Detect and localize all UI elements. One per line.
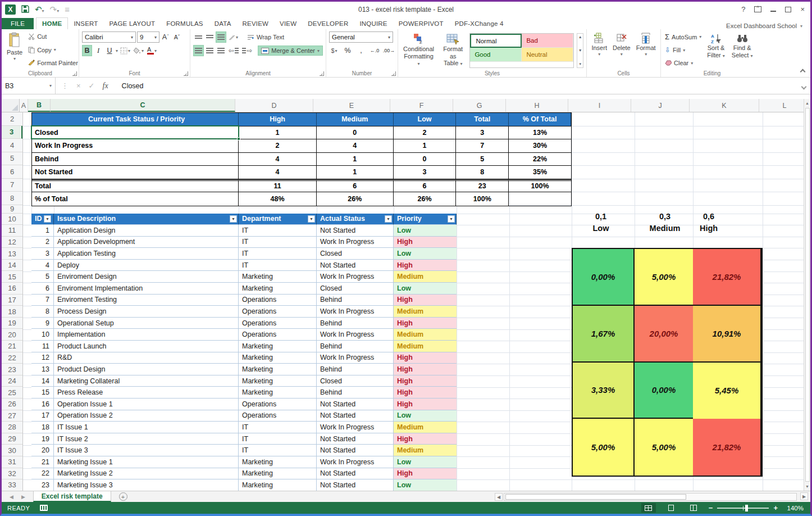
- expand-formula-bar-icon[interactable]: [802, 81, 810, 91]
- issue-id-cell[interactable]: 8: [31, 306, 54, 318]
- zoom-slider[interactable]: [717, 508, 769, 509]
- issue-status-cell[interactable]: Work In Progress: [317, 352, 394, 364]
- summary-label-cell[interactable]: Behind: [32, 153, 239, 166]
- issue-id-cell[interactable]: 11: [31, 341, 54, 352]
- row-header[interactable]: 26: [2, 399, 22, 410]
- row-header[interactable]: 23: [2, 364, 22, 375]
- issue-department-cell[interactable]: Marketing: [239, 364, 317, 375]
- fill-handle[interactable]: [237, 137, 240, 141]
- summary-header-cell[interactable]: Medium: [317, 113, 394, 126]
- close-icon[interactable]: ×: [800, 6, 805, 13]
- delete-cells-button[interactable]: Delete▾: [610, 31, 633, 68]
- summary-cell[interactable]: 48%: [239, 192, 317, 206]
- issue-priority-cell[interactable]: Low: [394, 410, 457, 422]
- enter-icon[interactable]: ✓: [89, 82, 95, 90]
- issue-status-cell[interactable]: Behind: [317, 387, 394, 399]
- column-header[interactable]: F: [390, 99, 453, 112]
- fill-color-button[interactable]: ▾: [133, 45, 145, 56]
- summary-cell[interactable]: 3: [456, 126, 509, 140]
- ribbon-tab[interactable]: VIEW: [274, 18, 302, 29]
- collapse-ribbon-icon[interactable]: [800, 69, 806, 75]
- matrix-column-label[interactable]: 0,3Medium: [630, 211, 700, 234]
- issue-description-cell[interactable]: IT Issue 2: [54, 433, 239, 445]
- next-sheet-icon[interactable]: ▶: [21, 494, 25, 500]
- style-gallery-item[interactable]: Normal: [470, 34, 522, 48]
- horizontal-scrollbar[interactable]: ◀: [495, 492, 797, 501]
- summary-cell[interactable]: 0: [394, 153, 457, 166]
- summary-cell[interactable]: 23: [456, 179, 509, 193]
- minimize-icon[interactable]: [770, 11, 776, 12]
- issues-header-cell[interactable]: ID▼: [31, 214, 54, 225]
- row-header[interactable]: 5: [2, 152, 22, 166]
- summary-label-cell[interactable]: % of Total: [32, 192, 239, 206]
- row-header[interactable]: 9: [2, 205, 22, 214]
- font-dialog-launcher-icon[interactable]: [184, 71, 188, 76]
- underline-button[interactable]: U: [104, 45, 115, 56]
- summary-cell[interactable]: 7: [456, 139, 509, 153]
- row-header[interactable]: 7: [2, 179, 22, 192]
- horizontal-scroll-thumb[interactable]: [505, 494, 686, 500]
- issue-id-cell[interactable]: 19: [31, 433, 54, 445]
- issues-header-cell[interactable]: Department▼: [239, 214, 317, 225]
- column-header[interactable]: L: [759, 99, 810, 112]
- wrap-text-button[interactable]: Wrap Text: [246, 33, 285, 41]
- row-header[interactable]: 4: [2, 139, 22, 152]
- issue-id-cell[interactable]: 17: [31, 410, 54, 422]
- row-header[interactable]: 12: [2, 237, 22, 248]
- issue-description-cell[interactable]: R&D: [54, 352, 239, 364]
- issue-status-cell[interactable]: Behind: [317, 364, 394, 375]
- issue-description-cell[interactable]: Enviroment Design: [54, 271, 239, 283]
- issue-id-cell[interactable]: 23: [31, 479, 54, 491]
- issues-header-cell[interactable]: Issue Description▼: [54, 214, 239, 225]
- row-header[interactable]: 10: [2, 214, 22, 225]
- issue-department-cell[interactable]: Operations: [239, 318, 317, 329]
- column-header[interactable]: J: [631, 99, 690, 112]
- issue-priority-cell[interactable]: Medium: [394, 422, 457, 433]
- matrix-cell[interactable]: 0,00%: [635, 363, 693, 419]
- summary-cell[interactable]: 3: [394, 166, 457, 179]
- paste-button[interactable]: Paste ▾: [4, 31, 25, 68]
- clipboard-dialog-launcher-icon[interactable]: [72, 71, 77, 76]
- align-middle-button[interactable]: [204, 31, 215, 43]
- column-header[interactable]: K: [690, 99, 759, 112]
- issue-description-cell[interactable]: Press Release: [54, 387, 239, 399]
- issue-department-cell[interactable]: IT: [239, 422, 317, 433]
- issue-department-cell[interactable]: Operations: [239, 399, 317, 410]
- issue-status-cell[interactable]: Not Started: [317, 410, 394, 422]
- comma-style-button[interactable]: ,: [356, 45, 366, 56]
- issue-id-cell[interactable]: 7: [31, 295, 54, 306]
- issue-status-cell[interactable]: Work In Progress: [317, 422, 394, 433]
- matrix-cell[interactable]: 5,00%: [573, 419, 635, 476]
- summary-cell[interactable]: 1: [317, 166, 394, 179]
- issue-description-cell[interactable]: Process Design: [54, 306, 239, 318]
- issue-department-cell[interactable]: Operations: [239, 295, 317, 306]
- filter-icon[interactable]: ▼: [230, 215, 237, 223]
- ribbon-tab[interactable]: POWERPIVOT: [393, 18, 449, 29]
- filter-icon[interactable]: ▼: [385, 215, 392, 223]
- sort-filter-button[interactable]: AZ Sort &Filter ▾: [705, 31, 727, 68]
- column-header[interactable]: G: [453, 99, 506, 112]
- issue-description-cell[interactable]: Marketing Issue 2: [54, 468, 239, 480]
- summary-header-cell[interactable]: High: [239, 113, 317, 126]
- summary-cell[interactable]: 8: [456, 166, 509, 179]
- issue-description-cell[interactable]: Marketing Issue 3: [54, 479, 239, 491]
- align-center-button[interactable]: [205, 45, 215, 56]
- issue-description-cell[interactable]: Operation Issue 1: [54, 399, 239, 410]
- row-header[interactable]: 16: [2, 283, 22, 295]
- issue-status-cell[interactable]: Work In Progress: [317, 271, 394, 283]
- matrix-cell[interactable]: 0,00%: [573, 249, 635, 306]
- issue-description-cell[interactable]: Marketing Collateral: [54, 375, 239, 387]
- issue-priority-cell[interactable]: Low: [394, 456, 457, 468]
- matrix-cell[interactable]: 1,67%: [573, 306, 635, 363]
- issue-status-cell[interactable]: Behind: [317, 318, 394, 329]
- style-gallery-item[interactable]: Good: [470, 48, 522, 62]
- summary-cell[interactable]: [509, 192, 571, 206]
- page-layout-view-button[interactable]: [664, 503, 678, 513]
- issue-department-cell[interactable]: Marketing: [239, 456, 317, 468]
- issue-priority-cell[interactable]: High: [394, 399, 457, 410]
- summary-header-cell[interactable]: Total: [456, 113, 509, 126]
- number-format-select[interactable]: General▾: [329, 31, 393, 43]
- issue-priority-cell[interactable]: High: [394, 433, 457, 445]
- issue-priority-cell[interactable]: High: [394, 387, 457, 399]
- issue-status-cell[interactable]: Closed: [317, 283, 394, 295]
